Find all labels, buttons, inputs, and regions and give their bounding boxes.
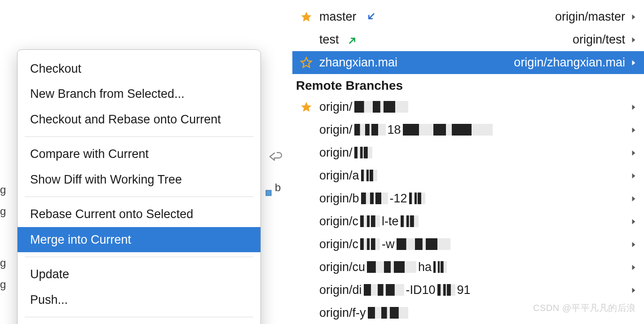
menu-update[interactable]: Update (18, 262, 260, 287)
remote-branch-row[interactable]: origin/cuha (292, 256, 644, 279)
branch-context-menu: Checkout New Branch from Selected... Che… (17, 49, 261, 324)
chevron-right-icon (630, 218, 638, 226)
undo-icon (268, 151, 283, 162)
remote-branch-row[interactable]: origin/a (292, 164, 644, 187)
bg-frag-g3: g (0, 257, 6, 269)
remote-branch-row[interactable]: origin/di-ID1091 (292, 279, 644, 302)
bg-frag-g2: g (0, 205, 6, 218)
remote-branch-row[interactable]: origin/18 (292, 118, 644, 141)
chevron-right-icon (630, 36, 638, 44)
chevron-right-icon (630, 126, 638, 134)
branch-name: origin/ (318, 146, 374, 160)
branch-name: master (318, 10, 357, 24)
remote-tracking-name: origin/master (555, 10, 630, 24)
menu-merge-into-current[interactable]: Merge into Current (18, 227, 260, 252)
chevron-right-icon (630, 149, 638, 157)
chevron-right-icon (630, 241, 638, 249)
star-outline-icon[interactable] (295, 57, 318, 69)
remote-tracking-name: origin/test (573, 33, 630, 47)
outgoing-icon (348, 35, 358, 45)
branch-name: origin/b-12 (318, 192, 427, 206)
menu-separator (25, 317, 253, 317)
star-filled-icon[interactable] (295, 101, 318, 114)
menu-separator (25, 257, 253, 257)
remote-branches-header: Remote Branches (292, 74, 644, 96)
remote-branch-row[interactable]: origin/f-y (292, 302, 644, 324)
menu-checkout[interactable]: Checkout (18, 56, 260, 81)
chevron-right-icon (630, 13, 638, 21)
menu-checkout-rebase[interactable]: Checkout and Rebase onto Current (18, 107, 260, 132)
incoming-icon (366, 12, 375, 22)
file-icon (265, 186, 272, 192)
menu-separator (25, 136, 253, 137)
menu-push[interactable]: Push... (18, 287, 260, 312)
menu-show-diff[interactable]: Show Diff with Working Tree (18, 167, 260, 192)
chevron-right-icon (630, 103, 638, 111)
branch-name: origin/18 (318, 123, 494, 137)
bg-frag-b: b (275, 181, 281, 194)
menu-rebase-onto-selected[interactable]: Rebase Current onto Selected (18, 201, 260, 227)
remote-branch-row[interactable]: origin/ (292, 141, 644, 164)
branch-name: origin/ (318, 100, 410, 114)
remote-branch-row[interactable]: origin/cl-te (292, 210, 644, 233)
remote-branch-row[interactable]: origin/b-12 (292, 187, 644, 210)
bg-frag-g4: g (0, 278, 6, 291)
menu-rename[interactable]: Rename... (18, 322, 260, 324)
chevron-right-icon (630, 195, 638, 203)
star-filled-icon[interactable] (295, 11, 318, 23)
bg-frag-g1: g (0, 184, 6, 196)
branch-name: origin/cl-te (318, 215, 420, 228)
menu-separator (25, 197, 253, 197)
chevron-right-icon (630, 263, 638, 271)
branch-name: origin/f-y (318, 306, 410, 320)
local-branch-zhangxian-mai[interactable]: zhangxian.mai origin/zhangxian.mai (292, 51, 644, 74)
local-branch-test[interactable]: test origin/test (292, 28, 644, 51)
menu-compare[interactable]: Compare with Current (18, 141, 260, 166)
chevron-right-icon (630, 172, 638, 180)
local-branch-master[interactable]: master origin/master (292, 5, 644, 28)
branch-name: origin/a (318, 169, 379, 183)
branch-name: test (318, 33, 339, 47)
branch-name: origin/cuha (318, 260, 449, 274)
branches-panel: master origin/master test origin/test zh… (292, 0, 644, 324)
branch-name: origin/di-ID1091 (318, 283, 471, 297)
svg-rect-0 (266, 190, 271, 196)
remote-tracking-name: origin/zhangxian.mai (514, 56, 630, 70)
branch-name: origin/c-w (318, 237, 452, 251)
chevron-right-icon (630, 59, 638, 67)
chevron-right-icon (630, 286, 638, 294)
remote-branch-row[interactable]: origin/c-w (292, 233, 644, 256)
menu-new-branch[interactable]: New Branch from Selected... (18, 81, 260, 106)
remote-branch-row[interactable]: origin/ (292, 96, 644, 118)
branch-name: zhangxian.mai (318, 56, 397, 70)
